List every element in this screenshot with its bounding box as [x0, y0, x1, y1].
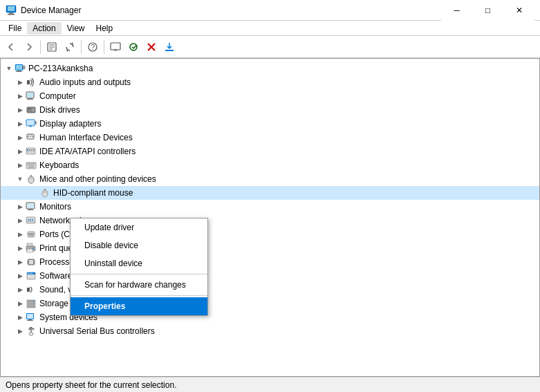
network-expand[interactable]: ▶ — [15, 215, 26, 226]
storage-expand[interactable]: ▶ — [15, 298, 26, 309]
svg-rect-54 — [34, 163, 35, 165]
ctx-update-driver[interactable]: Update driver — [71, 218, 207, 236]
tree-item-hid[interactable]: ▶ Human Interface Devices — [1, 131, 539, 144]
menu-file[interactable]: File — [3, 22, 27, 35]
svg-rect-20 — [17, 71, 21, 71]
mice-expand[interactable]: ▼ — [15, 174, 26, 185]
tree-item-display[interactable]: ▶ Display adapters — [1, 117, 539, 131]
ports-expand[interactable]: ▶ — [15, 229, 26, 240]
hid-mouse-label: HID-compliant mouse — [53, 188, 133, 198]
keyboards-label: Keyboards — [39, 160, 79, 170]
ide-label: IDE ATA/ATAPI controllers — [39, 147, 136, 156]
ctx-uninstall-device[interactable]: Uninstall device — [71, 254, 207, 272]
svg-rect-115 — [27, 320, 33, 321]
svg-rect-40 — [30, 136, 31, 138]
tree-item-computer[interactable]: ▶ Computer — [1, 89, 539, 103]
display-expand[interactable]: ▶ — [15, 118, 26, 129]
back-button[interactable] — [3, 39, 19, 55]
svg-point-110 — [33, 304, 35, 305]
sound-expand[interactable]: ▶ — [15, 284, 26, 295]
software-expand[interactable]: ▶ — [15, 270, 26, 281]
computer-icon — [26, 91, 37, 102]
tree-item-disk[interactable]: ▶ Disk drives — [1, 103, 539, 117]
svg-rect-23 — [27, 80, 30, 84]
ide-expand[interactable]: ▶ — [15, 146, 26, 157]
svg-rect-27 — [27, 99, 33, 100]
svg-point-76 — [28, 219, 29, 221]
window-controls: ─ □ ✕ — [441, 0, 534, 21]
processors-expand[interactable]: ▶ — [15, 256, 26, 268]
ctx-sep-1 — [71, 274, 207, 274]
svg-rect-114 — [28, 319, 32, 320]
display-toolbar-button[interactable] — [107, 39, 124, 55]
maximize-button[interactable]: □ — [472, 0, 503, 21]
svg-rect-21 — [16, 71, 22, 72]
tree-item-keyboards[interactable]: ▶ Keyboards — [1, 158, 539, 172]
svg-rect-44 — [29, 149, 30, 151]
tree-item-monitors[interactable]: ▶ Monitors — [1, 200, 539, 214]
svg-rect-57 — [30, 165, 32, 167]
print-expand[interactable]: ▶ — [15, 243, 26, 254]
toolbar: ? — [0, 36, 540, 58]
ports-icon — [26, 229, 37, 240]
svg-point-109 — [33, 301, 35, 302]
ctx-disable-device[interactable]: Disable device — [71, 236, 207, 254]
menu-view[interactable]: View — [62, 22, 91, 35]
svg-rect-17 — [165, 50, 174, 51]
keyboards-icon — [26, 160, 37, 171]
audio-icon — [26, 77, 37, 88]
svg-point-78 — [32, 219, 33, 221]
svg-rect-25 — [27, 93, 33, 97]
keyboards-expand[interactable]: ▶ — [15, 160, 26, 171]
hid-expand[interactable]: ▶ — [15, 132, 26, 143]
ctx-scan-hardware[interactable]: Scan for hardware changes — [71, 276, 207, 294]
svg-point-4 — [13, 6, 15, 8]
help-toolbar-button[interactable]: ? — [84, 39, 101, 55]
tree-item-audio[interactable]: ▶ Audio inputs and outputs — [1, 75, 539, 89]
display-icon — [26, 118, 37, 129]
minimize-button[interactable]: ─ — [441, 0, 472, 21]
svg-rect-55 — [28, 165, 29, 167]
system-expand[interactable]: ▶ — [15, 312, 26, 323]
svg-rect-79 — [27, 221, 35, 222]
hid-label: Human Interface Devices — [39, 133, 133, 142]
svg-point-83 — [32, 233, 34, 234]
svg-rect-19 — [16, 65, 22, 70]
disk-label: Disk drives — [39, 105, 80, 115]
refresh-toolbar-button[interactable] — [62, 39, 78, 55]
svg-text:?: ? — [91, 44, 95, 51]
computer-expand[interactable]: ▶ — [15, 91, 26, 102]
forward-button[interactable] — [21, 39, 37, 55]
system-icon — [26, 312, 37, 323]
disk-expand[interactable]: ▶ — [15, 104, 26, 115]
uninstall-toolbar-button[interactable] — [143, 39, 160, 55]
close-button[interactable]: ✕ — [503, 0, 534, 21]
svg-rect-11 — [111, 43, 120, 50]
processors-icon — [26, 256, 37, 268]
tree-root[interactable]: ▼ PC-213Akanksha — [1, 62, 539, 75]
audio-expand[interactable]: ▶ — [15, 77, 26, 88]
menu-help[interactable]: Help — [91, 22, 119, 35]
tree-item-usb[interactable]: ▶ Universal Serial Bus controllers — [1, 324, 539, 338]
svg-rect-53 — [32, 163, 34, 165]
svg-rect-51 — [30, 163, 31, 165]
ctx-properties[interactable]: Properties — [71, 297, 207, 315]
usb-expand[interactable]: ▶ — [15, 326, 26, 337]
svg-rect-86 — [27, 243, 32, 246]
properties-toolbar-button[interactable] — [44, 39, 60, 55]
software-icon — [26, 270, 37, 281]
menu-action[interactable]: Action — [27, 22, 61, 35]
scan-toolbar-button[interactable] — [125, 39, 142, 55]
tree-item-hid-mouse[interactable]: ▶ HID-compliant mouse — [1, 186, 539, 200]
root-expand[interactable]: ▼ — [3, 63, 15, 74]
svg-rect-43 — [27, 149, 28, 151]
update-toolbar-button[interactable] — [161, 39, 178, 55]
svg-rect-33 — [27, 120, 34, 125]
toolbar-sep-2 — [81, 40, 82, 54]
svg-point-30 — [32, 109, 34, 111]
svg-point-82 — [30, 233, 32, 234]
monitors-expand[interactable]: ▶ — [15, 201, 26, 212]
tree-item-ide[interactable]: ▶ IDE ATA/ATAPI controllers — [1, 144, 539, 158]
tree-item-mice[interactable]: ▼ Mice and other pointing devices — [1, 172, 539, 186]
monitors-icon — [26, 201, 37, 212]
